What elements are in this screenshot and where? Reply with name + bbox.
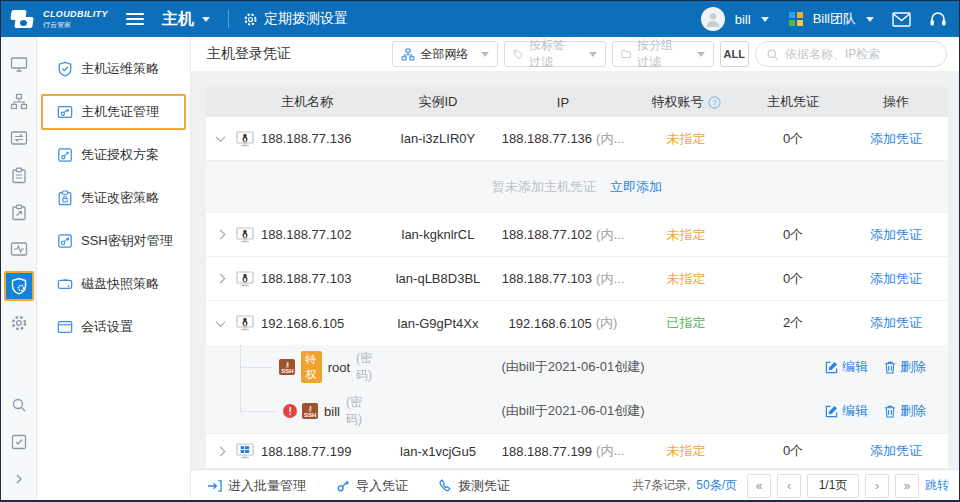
host-name: 188.188.77.103: [261, 271, 351, 286]
all-filter-button[interactable]: ALL: [720, 41, 749, 67]
add-credential-link[interactable]: 添加凭证: [870, 270, 922, 288]
chevron-down-icon: [481, 52, 489, 57]
add-credential-link[interactable]: 添加凭证: [870, 314, 922, 332]
linux-host-icon: [236, 271, 254, 287]
group-filter-select[interactable]: 按分组过滤: [612, 41, 714, 67]
sidebar-item-ssh-keypair-mgmt[interactable]: SSH密钥对管理: [41, 223, 186, 259]
dial-test-settings-link[interactable]: 定期拨测设置: [243, 10, 348, 28]
windows-host-icon: [236, 443, 254, 459]
credential-shield-icon-active[interactable]: [4, 271, 34, 301]
table-row-host-102[interactable]: 188.188.77.102 lan-kgknlrCL 188.188.77.1…: [206, 213, 948, 257]
dial-test-credentials-button[interactable]: 拨测凭证: [438, 477, 510, 495]
sidebar-item-credential-password-policy[interactable]: 凭证改密策略: [41, 180, 186, 216]
settings-gear-icon[interactable]: [4, 308, 34, 338]
ip-note: (内...: [596, 226, 624, 244]
col-instance: 实例ID: [380, 87, 496, 117]
app-menu-host[interactable]: 主机: [162, 9, 210, 30]
hamburger-menu-icon[interactable]: [126, 10, 144, 28]
help-icon[interactable]: ?: [708, 96, 721, 109]
add-credential-link[interactable]: 添加凭证: [870, 130, 922, 148]
sidebar-item-host-ops-policy[interactable]: 主机运维策略: [41, 51, 186, 87]
credential-type: (密码): [346, 394, 374, 428]
delete-credential-button[interactable]: 删除: [884, 402, 926, 420]
host-name: 188.188.77.199: [261, 444, 351, 459]
phone-icon: [438, 479, 452, 493]
tag-filter-select[interactable]: 按标签过滤: [504, 41, 606, 67]
sidebar-item-host-credential-mgmt[interactable]: 主机凭证管理: [41, 94, 186, 130]
network-filter-select[interactable]: 全部网络: [392, 41, 498, 67]
pagination-first-button[interactable]: «: [747, 474, 771, 498]
chevron-down-icon[interactable]: [761, 17, 769, 22]
ssh-credential-icon: SSH: [279, 359, 295, 375]
table-row-host-199[interactable]: 188.188.77.199 lan-x1vcjGu5 188.188.77.1…: [206, 434, 948, 468]
expand-chevron-icon[interactable]: [215, 446, 225, 456]
edit-credential-button[interactable]: 编辑: [825, 358, 868, 376]
col-privileged: 特权账号 ?: [630, 87, 742, 117]
file-transfer-icon[interactable]: [4, 123, 34, 153]
privileged-status: 未指定: [630, 213, 742, 256]
search-icon[interactable]: [4, 390, 34, 420]
expand-chevron-icon[interactable]: [215, 230, 225, 240]
jump-to-page-link[interactable]: 跳转: [925, 477, 949, 494]
delete-credential-button[interactable]: 删除: [884, 358, 926, 376]
icon-rail: [1, 37, 37, 501]
expand-chevron-icon[interactable]: [215, 274, 225, 284]
table-row-host-136[interactable]: 188.188.77.136 lan-i3zLIR0Y 188.188.77.1…: [206, 117, 948, 161]
search-icon: [766, 48, 779, 61]
search-input[interactable]: [785, 47, 935, 61]
clipboard-icon[interactable]: [4, 160, 34, 190]
topology-icon[interactable]: [4, 86, 34, 116]
per-page-select[interactable]: 50条/页: [696, 477, 737, 494]
import-credentials-button[interactable]: 导入凭证: [336, 477, 408, 495]
chevron-down-icon[interactable]: [866, 17, 874, 22]
app-menu-label: 主机: [162, 9, 194, 30]
batch-manage-button[interactable]: 进入批量管理: [207, 477, 306, 495]
credential-subrows: SSH 特权 root (密码) (由bill于2021-06-01创建) 编辑: [206, 345, 948, 434]
edit-icon: [825, 405, 838, 418]
edit-credential-button[interactable]: 编辑: [825, 402, 868, 420]
host-ip: 188.188.77.103: [502, 271, 592, 286]
table-row-host-105[interactable]: 192.168.6.105 lan-G9gPt4Xx 192.168.6.105…: [206, 301, 948, 345]
pagination-prev-button[interactable]: ‹: [777, 474, 801, 498]
add-credential-link[interactable]: 添加凭证: [870, 226, 922, 244]
chevron-down-icon: [697, 52, 705, 57]
ip-note: (内): [596, 314, 618, 332]
chevron-down-icon: [202, 17, 210, 22]
pagination-last-button[interactable]: »: [895, 474, 919, 498]
group-filter-placeholder: 按分组过滤: [637, 37, 685, 71]
pagination-next-button[interactable]: ›: [865, 474, 889, 498]
mail-icon[interactable]: [892, 12, 911, 27]
network-icon: [401, 48, 415, 61]
team-icon: [789, 12, 803, 26]
search-box[interactable]: [755, 41, 947, 67]
add-credential-link[interactable]: 添加凭证: [870, 442, 922, 460]
monitor-icon[interactable]: [4, 49, 34, 79]
avatar[interactable]: [701, 7, 725, 31]
expand-chevron-icon[interactable]: [215, 132, 225, 142]
collapse-chevron-icon[interactable]: [4, 464, 34, 494]
host-ip: 188.188.77.136: [502, 131, 592, 146]
table-row-host-103[interactable]: 188.188.77.103 lan-qLB8D3BL 188.188.77.1…: [206, 257, 948, 301]
sidebar-item-session-settings[interactable]: 会话设置: [41, 309, 186, 345]
add-now-link[interactable]: 立即添加: [610, 178, 662, 196]
privileged-status: 未指定: [630, 257, 742, 300]
headset-icon[interactable]: [929, 11, 947, 28]
brand-logo[interactable]: CLOUDBILITY 行云管家: [11, 8, 108, 30]
user-name[interactable]: bill: [735, 12, 751, 27]
clipboard-export-icon[interactable]: [4, 197, 34, 227]
host-ip: 188.188.77.102: [502, 227, 592, 242]
linux-host-icon: [236, 227, 254, 243]
sidebar-item-disk-snapshot-policy[interactable]: 磁盘快照策略: [41, 266, 186, 302]
main-header: 主机登录凭证 全部网络 按标签过滤 按分组过滤 ALL: [191, 37, 959, 71]
cloudbility-logo-icon: [11, 8, 37, 30]
page-title: 主机登录凭证: [207, 45, 291, 63]
user-icon: [704, 10, 722, 28]
task-check-icon[interactable]: [4, 427, 34, 457]
linux-host-icon: [236, 315, 254, 331]
disk-snapshot-icon: [57, 276, 73, 292]
team-name[interactable]: Bill团队: [813, 10, 856, 28]
empty-credentials-text: 暂未添加主机凭证: [492, 178, 596, 196]
monitor-pulse-icon[interactable]: [4, 234, 34, 264]
sidebar-item-credential-authorization[interactable]: 凭证授权方案: [41, 137, 186, 173]
expand-chevron-icon[interactable]: [215, 317, 225, 327]
